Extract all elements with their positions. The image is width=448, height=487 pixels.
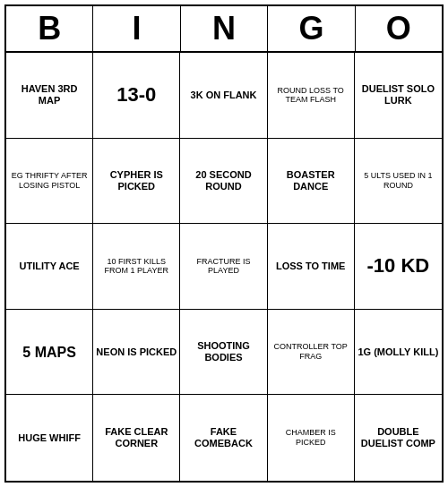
- bingo-card: B I N G O HAVEN 3RD MAP13-03K ON FLANKRO…: [4, 4, 444, 483]
- header-i: I: [93, 6, 180, 53]
- bingo-grid: HAVEN 3RD MAP13-03K ON FLANKROUND LOSS T…: [6, 53, 442, 481]
- bingo-cell-23[interactable]: CHAMBER IS PICKED: [268, 395, 355, 481]
- bingo-cell-0[interactable]: HAVEN 3RD MAP: [6, 53, 93, 139]
- bingo-cell-13[interactable]: LOSS TO TIME: [268, 224, 355, 310]
- bingo-cell-7[interactable]: 20 SECOND ROUND: [180, 139, 267, 225]
- bingo-cell-8[interactable]: BOASTER DANCE: [268, 139, 355, 225]
- bingo-cell-11[interactable]: 10 FIRST KILLS FROM 1 PLAYER: [93, 224, 180, 310]
- bingo-cell-16[interactable]: NEON IS PICKED: [93, 310, 180, 396]
- header-b: B: [6, 6, 93, 53]
- bingo-cell-18[interactable]: CONTROLLER TOP FRAG: [268, 310, 355, 396]
- bingo-cell-17[interactable]: SHOOTING BODIES: [180, 310, 267, 396]
- bingo-cell-3[interactable]: ROUND LOSS TO TEAM FLASH: [268, 53, 355, 139]
- bingo-cell-1[interactable]: 13-0: [93, 53, 180, 139]
- header-g: G: [268, 6, 355, 53]
- bingo-cell-14[interactable]: -10 KD: [355, 224, 442, 310]
- header-n: N: [181, 6, 268, 53]
- bingo-header: B I N G O: [6, 6, 442, 53]
- bingo-cell-20[interactable]: HUGE WHIFF: [6, 395, 93, 481]
- bingo-cell-24[interactable]: DOUBLE DUELIST COMP: [355, 395, 442, 481]
- bingo-cell-12[interactable]: FRACTURE IS PLAYED: [180, 224, 267, 310]
- bingo-cell-10[interactable]: UTILITY ACE: [6, 224, 93, 310]
- bingo-cell-19[interactable]: 1G (MOLLY KILL): [355, 310, 442, 396]
- bingo-cell-2[interactable]: 3K ON FLANK: [180, 53, 267, 139]
- bingo-cell-5[interactable]: EG THRIFTY AFTER LOSING PISTOL: [6, 139, 93, 225]
- bingo-cell-15[interactable]: 5 MAPS: [6, 310, 93, 396]
- bingo-cell-21[interactable]: FAKE CLEAR CORNER: [93, 395, 180, 481]
- bingo-cell-9[interactable]: 5 ULTS USED IN 1 ROUND: [355, 139, 442, 225]
- bingo-cell-6[interactable]: CYPHER IS PICKED: [93, 139, 180, 225]
- header-o: O: [356, 6, 442, 53]
- bingo-cell-4[interactable]: DUELIST SOLO LURK: [355, 53, 442, 139]
- bingo-cell-22[interactable]: FAKE COMEBACK: [180, 395, 267, 481]
